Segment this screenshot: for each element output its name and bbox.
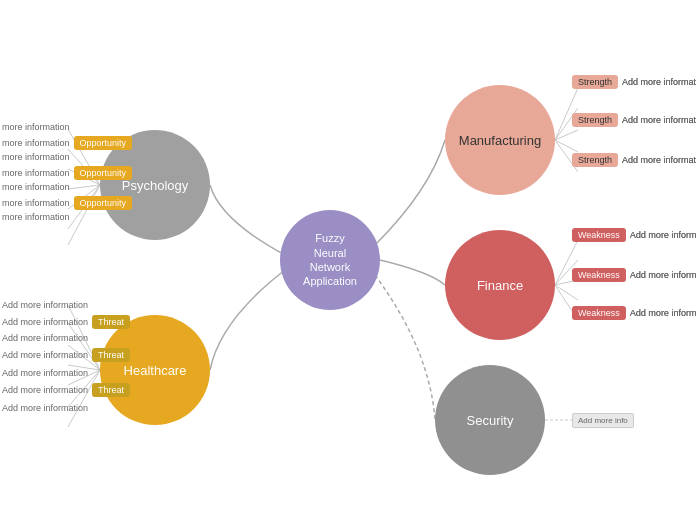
healthcare-node[interactable]: Healthcare <box>100 315 210 425</box>
center-node: Fuzzy Neural Network Application <box>280 210 380 310</box>
strength-info-row-2: Add more information <box>572 115 696 125</box>
psych-tag-4[interactable]: more information Opportunity <box>2 166 132 180</box>
psych-tag-2[interactable]: more information Opportunity <box>2 136 132 150</box>
health-tag-3: Add more information <box>2 333 88 343</box>
weakness-info-row-3: Add more informatio <box>572 308 696 318</box>
psych-tag-7: more information <box>2 212 70 222</box>
health-tag-2[interactable]: Add more information Threat <box>2 315 130 329</box>
opportunity-badge-3[interactable]: Opportunity <box>74 196 133 210</box>
finance-label: Finance <box>477 278 523 293</box>
svg-line-13 <box>68 370 100 427</box>
security-info-box[interactable]: Add more info <box>572 413 634 428</box>
mindmap-canvas: Fuzzy Neural Network Application Psychol… <box>0 0 696 520</box>
opportunity-badge-2[interactable]: Opportunity <box>74 166 133 180</box>
threat-badge-1[interactable]: Threat <box>92 315 130 329</box>
security-info-row[interactable]: Add more info Add more infor <box>572 415 631 425</box>
manufacturing-label: Manufacturing <box>459 133 541 148</box>
weakness-info-row-2: Add more informatio <box>572 270 696 280</box>
health-tag-4[interactable]: Add more information Threat <box>2 348 130 362</box>
health-tag-1: Add more information <box>2 300 88 310</box>
strength-info-row-1: Add more information <box>572 77 696 87</box>
weakness-info-row-1: Add more informatio <box>572 230 696 240</box>
security-node[interactable]: Security <box>435 365 545 475</box>
manufacturing-node[interactable]: Manufacturing <box>445 85 555 195</box>
health-tag-7: Add more information <box>2 403 88 413</box>
psych-tag-6[interactable]: more information Opportunity <box>2 196 132 210</box>
healthcare-label: Healthcare <box>124 363 187 378</box>
psych-tag-5: more information <box>2 182 70 192</box>
health-tag-6[interactable]: Add more information Threat <box>2 383 130 397</box>
threat-badge-2[interactable]: Threat <box>92 348 130 362</box>
finance-node[interactable]: Finance <box>445 230 555 340</box>
center-label: Fuzzy Neural Network Application <box>303 231 357 288</box>
health-tag-5: Add more information <box>2 368 88 378</box>
svg-line-6 <box>68 185 100 245</box>
svg-line-8 <box>68 323 100 370</box>
opportunity-badge-1[interactable]: Opportunity <box>74 136 133 150</box>
strength-info-row-3: Add more information <box>572 155 696 165</box>
threat-badge-3[interactable]: Threat <box>92 383 130 397</box>
security-label: Security <box>467 413 514 428</box>
psych-tag-1: more information <box>2 122 70 132</box>
svg-line-22 <box>555 285 578 300</box>
psych-tag-3: more information <box>2 152 70 162</box>
svg-line-17 <box>555 140 578 152</box>
svg-line-16 <box>555 130 578 140</box>
svg-line-3 <box>68 185 100 189</box>
